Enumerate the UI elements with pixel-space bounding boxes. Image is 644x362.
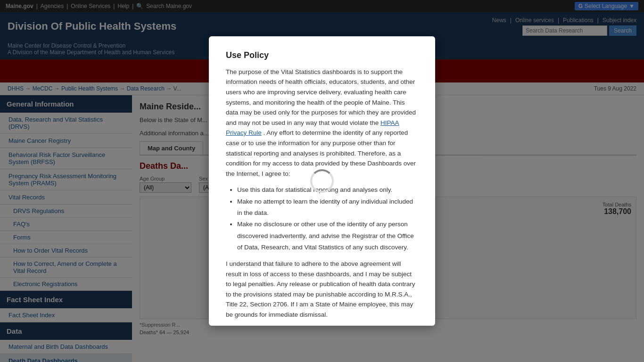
list-item: Make no disclosure or other use of the i…: [237, 219, 418, 253]
modal-overlay: Use Policy The purpose of the Vital Stat…: [0, 0, 644, 362]
modal-bullet-list: Use this data for statistical reporting …: [237, 184, 418, 253]
list-item: Make no attempt to learn the identity of…: [237, 196, 418, 219]
modal-paragraph2: I understand that failure to adhere to t…: [226, 259, 418, 320]
use-policy-modal: Use Policy The purpose of the Vital Stat…: [209, 36, 435, 326]
list-item: Use this data for statistical reporting …: [237, 184, 418, 196]
modal-paragraph1: The purpose of the Vital Statistics dash…: [226, 67, 418, 179]
modal-title: Use Policy: [226, 50, 418, 60]
